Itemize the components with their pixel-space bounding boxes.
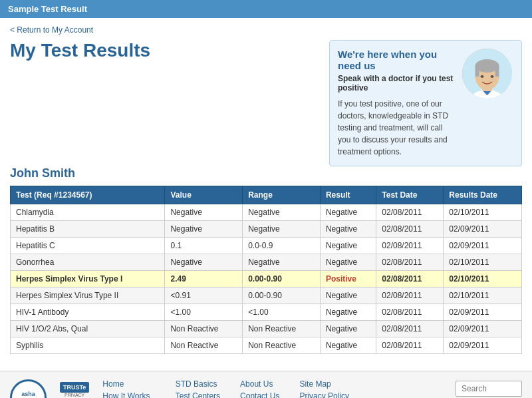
table-cell: Negative	[320, 238, 376, 254]
table-cell: 02/08/2011	[376, 204, 444, 221]
top-bar: Sample Test Result	[0, 0, 532, 18]
footer-link[interactable]: Site Map	[299, 379, 358, 389]
table-cell: 02/08/2011	[376, 271, 444, 288]
top-bar-title: Sample Test Result	[8, 4, 87, 14]
footer-link[interactable]: Contact Us	[240, 391, 279, 398]
svg-rect-5	[475, 66, 479, 77]
table-cell: Negative	[165, 221, 243, 238]
table-cell: Negative	[320, 337, 376, 354]
table-cell: Herpes Simplex Virus Type I	[11, 271, 165, 288]
table-cell: Positive	[320, 271, 376, 288]
footer-links: HomeHow It WorksTests & PricingSTD Basic…	[102, 379, 442, 398]
table-cell: Negative	[165, 254, 243, 271]
table-cell: 2.49	[165, 271, 243, 288]
table-row: Hepatitis C0.10.0-0.9Negative02/08/20110…	[11, 238, 522, 254]
results-table: Test (Req #1234567)ValueRangeResultTest …	[10, 186, 522, 354]
patient-name: John Smith	[10, 166, 522, 180]
info-box-title: We're here when you need us	[338, 49, 454, 71]
table-header: Test Date	[376, 186, 444, 204]
table-cell: Hepatitis C	[11, 238, 165, 254]
footer-column: HomeHow It WorksTests & Pricing	[102, 379, 155, 398]
table-cell: 02/10/2011	[444, 204, 522, 221]
table-cell: Chlamydia	[11, 204, 165, 221]
table-cell: 02/09/2011	[444, 238, 522, 254]
table-cell: Hepatitis B	[11, 221, 165, 238]
table-cell: 02/08/2011	[376, 288, 444, 304]
table-row: SyphilisNon ReactiveNon ReactiveNegative…	[11, 337, 522, 354]
info-box: We're here when you need us Speak with a…	[329, 40, 522, 166]
svg-point-8	[490, 75, 493, 78]
table-cell: Negative	[165, 204, 243, 221]
footer-link[interactable]: Test Centers	[176, 391, 220, 398]
table-cell: 0.1	[165, 238, 243, 254]
footer-link[interactable]: STD Basics	[176, 379, 220, 389]
search-input[interactable]	[456, 381, 522, 397]
table-header: Test (Req #1234567)	[11, 186, 165, 204]
table-cell: 02/08/2011	[376, 254, 444, 271]
table-cell: Gonorrhea	[11, 254, 165, 271]
footer-link[interactable]: How It Works	[102, 391, 155, 398]
footer-column: About UsContact UsBlog	[240, 379, 279, 398]
table-row: GonorrheaNegativeNegativeNegative02/08/2…	[11, 254, 522, 271]
table-cell: Negative	[320, 304, 376, 321]
svg-rect-6	[495, 66, 499, 77]
table-cell: 02/09/2011	[444, 337, 522, 354]
table-cell: Non Reactive	[243, 321, 321, 337]
table-cell: 02/09/2011	[444, 321, 522, 337]
info-box-subtitle: Speak with a doctor if you test positive	[338, 74, 454, 93]
table-cell: Negative	[243, 254, 321, 271]
table-cell: Syphilis	[11, 337, 165, 354]
footer: asha CLICK TO VERIFY TRUSTe PRIVACYSEAL …	[0, 371, 532, 398]
table-cell: Negative	[320, 204, 376, 221]
footer-search-area	[456, 381, 522, 397]
footer-column: STD BasicsTest CentersMy Account	[176, 379, 220, 398]
table-cell: 02/08/2011	[376, 238, 444, 254]
table-header: Results Date	[444, 186, 522, 204]
table-cell: <1.00	[165, 304, 243, 321]
table-row: Herpes Simplex Virus Type I2.490.00-0.90…	[11, 271, 522, 288]
table-row: Hepatitis BNegativeNegativeNegative02/08…	[11, 221, 522, 238]
table-cell: 02/10/2011	[444, 271, 522, 288]
truste-logo[interactable]: TRUSTe PRIVACYSEAL	[60, 382, 89, 398]
table-header: Result	[320, 186, 376, 204]
table-cell: 02/09/2011	[444, 221, 522, 238]
doctor-image	[462, 49, 512, 99]
page-title: My Test Results	[10, 40, 150, 61]
asha-logo[interactable]: asha CLICK TO VERIFY	[10, 379, 47, 398]
truste-box: TRUSTe	[60, 382, 89, 393]
asha-label: asha	[21, 391, 35, 397]
table-header: Value	[165, 186, 243, 204]
footer-link[interactable]: Home	[102, 379, 155, 389]
svg-point-7	[480, 75, 483, 78]
table-cell: Negative	[320, 254, 376, 271]
table-cell: 0.00-0.90	[243, 288, 321, 304]
table-header: Range	[243, 186, 321, 204]
info-box-body: If you test positive, one of our doctors…	[338, 98, 454, 158]
footer-link[interactable]: Privacy Policy	[299, 391, 358, 398]
table-cell: 02/10/2011	[444, 254, 522, 271]
table-cell: Negative	[243, 204, 321, 221]
table-cell: 02/10/2011	[444, 288, 522, 304]
table-row: HIV-1 Antibody<1.00<1.00Negative02/08/20…	[11, 304, 522, 321]
table-cell: 0.00-0.90	[243, 271, 321, 288]
table-cell: Negative	[320, 288, 376, 304]
table-cell: Non Reactive	[243, 337, 321, 354]
table-cell: 02/08/2011	[376, 221, 444, 238]
table-cell: HIV 1/O/2 Abs, Qual	[11, 321, 165, 337]
back-link[interactable]: < Return to My Account	[10, 25, 93, 35]
table-cell: Non Reactive	[165, 321, 243, 337]
table-cell: Non Reactive	[165, 337, 243, 354]
table-cell: 02/08/2011	[376, 321, 444, 337]
table-cell: Negative	[320, 221, 376, 238]
table-cell: <1.00	[243, 304, 321, 321]
table-cell: 02/09/2011	[444, 304, 522, 321]
table-cell: 02/08/2011	[376, 337, 444, 354]
table-cell: Herpes Simplex Virus Type II	[11, 288, 165, 304]
truste-sub: PRIVACYSEAL	[65, 393, 84, 398]
table-cell: 0.0-0.9	[243, 238, 321, 254]
main-content: < Return to My Account My Test Results W…	[0, 18, 532, 361]
footer-column: Site MapPrivacy PolicyTerms of Service	[299, 379, 358, 398]
table-cell: 02/08/2011	[376, 304, 444, 321]
table-cell: Negative	[243, 221, 321, 238]
footer-link[interactable]: About Us	[240, 379, 279, 389]
